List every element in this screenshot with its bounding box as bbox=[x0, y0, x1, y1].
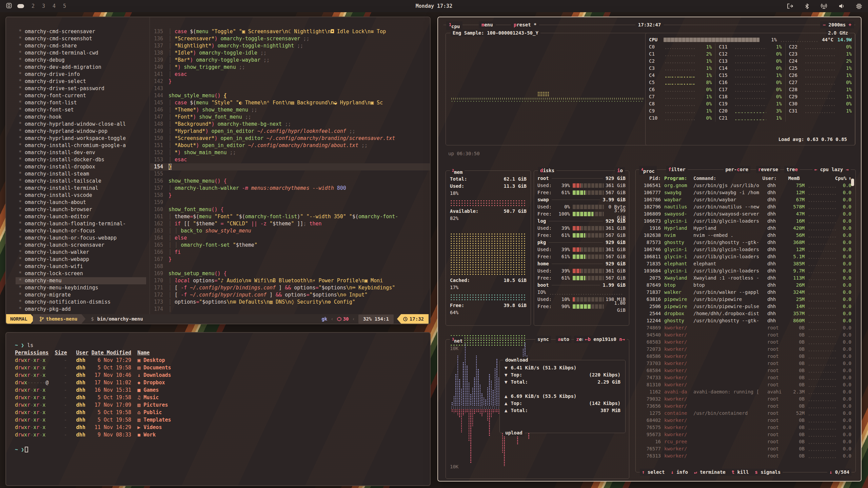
code-line[interactable]: 174│ bbox=[150, 306, 430, 313]
process-row[interactable]: 72073kworker/root0B0.0 bbox=[636, 346, 855, 353]
process-row[interactable]: 2506pipewire/usr/bin/pipewire-pulsedhh14… bbox=[636, 303, 855, 310]
process-row[interactable]: 106673glycin-i/usr/lib/glycin-loadersdhh… bbox=[636, 218, 855, 225]
file-item[interactable]: * omarchy-hyprland-window-pop bbox=[16, 128, 150, 135]
file-item[interactable]: * omarchy-drive-set-password bbox=[16, 85, 150, 92]
proc-tree-tab[interactable]: tree bbox=[784, 166, 800, 173]
file-item[interactable]: * omarchy-launch-browser bbox=[16, 206, 150, 213]
code-line[interactable]: 172│ [ -f ~/.config/hypr/input.conf ] &&… bbox=[150, 291, 430, 299]
code-line[interactable]: 163│ │ back_to show_style_menu bbox=[150, 227, 430, 235]
process-row[interactable]: 73703kworker/root0B0.0 bbox=[636, 360, 855, 367]
process-row[interactable]: 16rcu_preeroot0B0.0 bbox=[636, 438, 855, 445]
file-item[interactable]: * omarchy-font-set bbox=[16, 106, 150, 114]
file-item[interactable]: * omarchy-install-tailscale bbox=[16, 178, 150, 185]
process-row[interactable]: 74733kworker/root0B0.0 bbox=[636, 374, 855, 381]
terminal-prompt-line-2[interactable]: ~ ❯ bbox=[15, 446, 430, 453]
process-row[interactable]: 106746glycin-i/usr/lib/glycin-loadersdhh… bbox=[636, 246, 855, 253]
process-row[interactable]: 71835elephantelephantdhh385M0.0 bbox=[636, 260, 855, 267]
code-line[interactable]: 149│ *Hyprland*) open_in_editor ~/.confi… bbox=[150, 128, 430, 135]
code-line[interactable]: 171│ [ -f ~/.config/hypr/bindings.conf ]… bbox=[150, 284, 430, 291]
folder-name[interactable]: ▥ Templates bbox=[131, 416, 171, 424]
code-line[interactable]: 166│ fi bbox=[150, 249, 430, 256]
code-line[interactable]: 138│ *Idle*) omarchy-toggle-idle ;; bbox=[150, 49, 430, 57]
file-item[interactable]: * omarchy-notification-dismiss bbox=[16, 299, 150, 306]
process-row[interactable]: 87649btopbtopdhh26M0.0 bbox=[636, 282, 855, 289]
process-row[interactable]: 87573ghostty/usr/bin/ghostty --gtk-dhh36… bbox=[636, 239, 855, 246]
process-row[interactable]: 102796nautilus/usr/bin/nautilus --newdhh… bbox=[636, 203, 855, 210]
code-line[interactable]: 161│ theme=$(menu "Font" "$(omarchy-font… bbox=[150, 213, 430, 220]
proc-scrollbar-thumb[interactable] bbox=[851, 179, 854, 186]
file-item[interactable]: * omarchy-hook bbox=[16, 114, 150, 121]
code-line[interactable]: 167} bbox=[150, 256, 430, 263]
folder-name[interactable]: ↓ Downloads bbox=[131, 371, 171, 379]
code-line[interactable]: 147│ *Font*) show_font_menu ;; bbox=[150, 114, 430, 121]
process-row[interactable]: 63816pipewire/usr/bin/pipewiredhh25M0.0 bbox=[636, 296, 855, 303]
tab-preset[interactable]: preset * bbox=[511, 21, 539, 28]
file-item[interactable]: * omarchy-install-vscode bbox=[16, 192, 150, 199]
code-line[interactable]: 169show_setup_menu() { bbox=[150, 270, 430, 277]
folder-name[interactable]: ▣ Desktop bbox=[131, 357, 165, 364]
code-pane[interactable]: 135│ case $(menu "Toggle" "▣ Screensaver… bbox=[150, 17, 430, 314]
folder-name[interactable]: ◼ Work bbox=[131, 431, 156, 439]
code-line[interactable]: 148│ *Background*) omarchy-theme-bg-next… bbox=[150, 121, 430, 128]
file-item[interactable]: * omarchy-cmd-screensaver bbox=[16, 28, 150, 35]
git-branch[interactable]: themes-menu bbox=[33, 314, 86, 324]
process-row[interactable]: 68583kworker/root0B0.0 bbox=[636, 339, 855, 346]
proc-reverse-tab[interactable]: reverse bbox=[756, 166, 780, 173]
file-item[interactable]: * omarchy-launch-or-focus-webapp bbox=[16, 235, 150, 242]
code-line[interactable]: 157│ omarchy-launch-walker -m menus:omar… bbox=[150, 185, 430, 192]
proc-percore-tab[interactable]: per-core bbox=[724, 166, 750, 173]
file-item[interactable]: * omarchy-install-terminal bbox=[16, 185, 150, 192]
process-row[interactable]: 2544dropbox/home/dhh/.dropbox-distdhh357… bbox=[636, 310, 855, 317]
file-item[interactable]: * omarchy-hyprland-workspace-toggle bbox=[16, 135, 150, 142]
code-line[interactable]: 145│ case $(menu "Style" "◐ Theme\nᴬ Fon… bbox=[150, 99, 430, 106]
file-item[interactable]: * omarchy-drive-info bbox=[16, 71, 150, 78]
file-item[interactable]: * omarchy-cmd-screenshot bbox=[16, 35, 150, 42]
proc-sort-selector[interactable]: ← cpu lazy → bbox=[812, 166, 851, 173]
cpu-icon[interactable] bbox=[856, 3, 862, 9]
folder-name[interactable]: ▤ Documents bbox=[131, 364, 171, 371]
terminal-window[interactable]: ~ ❯ ls PermissionsSizeUserDate ModifiedN… bbox=[5, 332, 431, 486]
process-row[interactable]: 74869kworker/root0B0.0 bbox=[636, 324, 855, 331]
process-row[interactable]: 68586kworker/root0B0.0 bbox=[636, 353, 855, 360]
process-row[interactable]: 81310kworker/root0B0.0 bbox=[636, 381, 855, 388]
code-line[interactable]: 143 bbox=[150, 85, 430, 92]
code-line[interactable]: 156show_theme_menu() { bbox=[150, 178, 430, 185]
process-row[interactable]: 76575kworker/root0B0.0 bbox=[636, 424, 855, 431]
code-line[interactable]: 168 bbox=[150, 263, 430, 270]
file-item[interactable]: * omarchy-launch-about bbox=[16, 199, 150, 206]
folder-name[interactable]: ◆ Dropbox bbox=[131, 379, 165, 386]
file-item[interactable]: * omarchy-launch-floating-terminal- bbox=[16, 220, 150, 227]
process-row[interactable]: 106811glycin-i/usr/lib/glycin-loadersdhh… bbox=[636, 253, 855, 260]
process-row[interactable]: 68584kworker/root0B0.0 bbox=[636, 367, 855, 374]
file-item[interactable]: * omarchy-drive-select bbox=[16, 78, 150, 85]
folder-name[interactable]: ♫ Music bbox=[131, 394, 159, 401]
code-line[interactable]: 141│ esac bbox=[150, 71, 430, 78]
file-item[interactable]: * omarchy-cmd-terminal-cwd bbox=[16, 49, 150, 57]
code-line[interactable]: 153│ esac bbox=[150, 156, 430, 163]
tab-cpu[interactable]: 1cpu bbox=[446, 21, 462, 30]
code-line[interactable]: 144show_style_menu() { bbox=[150, 92, 430, 99]
code-line[interactable]: 151│ *About*) open_in_editor ~/.config/o… bbox=[150, 142, 430, 149]
process-row[interactable]: 95673kworker/root0B0.0 bbox=[636, 431, 855, 438]
net-sync-tab[interactable]: sync bbox=[535, 336, 551, 343]
file-item[interactable]: * omarchy-launch-or-focus bbox=[16, 227, 150, 235]
process-row[interactable]: 1275containe/usr/bin/containerdroot52M0.… bbox=[636, 410, 855, 417]
logout-icon[interactable] bbox=[787, 3, 793, 9]
process-row[interactable]: 103684glycin-i/usr/lib/glycin-loadersdhh… bbox=[636, 267, 855, 274]
code-line[interactable]: 140│ *) show_trigger_menu ;; bbox=[150, 64, 430, 71]
file-item[interactable]: * omarchy-debug bbox=[16, 57, 150, 64]
process-row[interactable]: 106786waybar/usr/bin/waybardhh67M0.0 bbox=[636, 196, 855, 203]
net-interface[interactable]: ←b enp191s0 n→ bbox=[583, 336, 627, 343]
file-item[interactable]: * omarchy-menu-keybindings bbox=[16, 284, 150, 291]
code-line[interactable]: 135│ case $(menu "Toggle" "▣ Screensaver… bbox=[150, 28, 430, 35]
process-row[interactable]: 1162avahi-daavahi-daemon: running [avahi… bbox=[636, 388, 855, 395]
code-line[interactable]: 162│ if [[ "$theme" = "CNCLD" || -z "$th… bbox=[150, 220, 430, 227]
file-item[interactable]: * omarchy-launch-screensaver bbox=[16, 242, 150, 249]
file-item[interactable]: * omarchy-install-dropbox bbox=[16, 163, 150, 170]
code-line[interactable]: 165│ │ omarchy-font-set "$theme" bbox=[150, 242, 430, 249]
process-row[interactable]: 79032kworker/root0B0.0 bbox=[636, 395, 855, 403]
code-line[interactable]: 164│ else bbox=[150, 235, 430, 242]
file-item[interactable]: * omarchy-launch-editor bbox=[16, 213, 150, 220]
file-item[interactable]: * omarchy-launch-walker bbox=[16, 249, 150, 256]
code-line[interactable]: 158} bbox=[150, 192, 430, 199]
